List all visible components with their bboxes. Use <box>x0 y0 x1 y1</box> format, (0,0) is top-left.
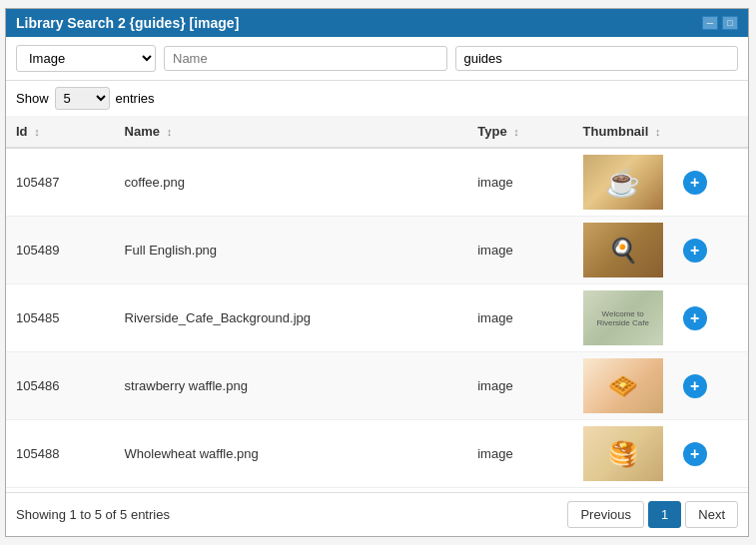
minimize-icon: ─ <box>707 18 713 28</box>
add-item-button[interactable]: + <box>683 171 707 195</box>
minimize-button[interactable]: ─ <box>702 16 718 30</box>
col-header-thumbnail[interactable]: Thumbnail ↕ <box>573 116 673 148</box>
cell-thumbnail <box>573 420 673 488</box>
cell-type: image <box>467 217 572 284</box>
thumbnail-image <box>583 155 663 210</box>
title-bar: Library Search 2 {guides} [image] ─ □ <box>6 9 748 37</box>
cell-id: 105486 <box>6 352 115 420</box>
cell-name: strawberry waffle.png <box>115 352 468 420</box>
thumbnail-image <box>583 358 663 413</box>
search-toolbar: Image Video Audio Document <box>6 37 748 81</box>
cell-thumbnail <box>573 352 673 420</box>
cell-type: image <box>467 284 572 352</box>
cell-type: image <box>467 352 572 420</box>
sort-thumbnail-icon: ↕ <box>655 126 661 138</box>
show-entries-row: Show 5 10 25 50 entries <box>6 81 748 116</box>
name-input[interactable] <box>164 46 447 71</box>
col-type-label: Type <box>477 124 506 139</box>
table-footer: Showing 1 to 5 of 5 entries Previous 1 N… <box>6 492 748 536</box>
cell-add: + <box>673 217 748 284</box>
cell-thumbnail: Welcome to Riverside Cafe <box>573 284 673 352</box>
search-input[interactable] <box>455 46 739 71</box>
cell-add: + <box>673 420 748 488</box>
modal-window: Library Search 2 {guides} [image] ─ □ Im… <box>5 8 749 537</box>
cell-name: Full English.png <box>115 217 468 284</box>
col-id-label: Id <box>16 124 28 139</box>
page-1-button[interactable]: 1 <box>648 501 681 528</box>
col-header-name[interactable]: Name ↕ <box>115 116 468 148</box>
show-label: Show <box>16 91 49 106</box>
col-name-label: Name <box>125 124 160 139</box>
results-table-wrapper: Id ↕ Name ↕ Type ↕ Thumbnail ↕ <box>6 116 748 492</box>
cell-type: image <box>467 420 572 488</box>
previous-button[interactable]: Previous <box>567 501 644 528</box>
table-row: 105487coffee.pngimage+ <box>6 148 748 217</box>
sort-name-icon: ↕ <box>167 126 173 138</box>
modal-title: Library Search 2 {guides} [image] <box>16 15 239 31</box>
cell-name: coffee.png <box>115 148 468 217</box>
cell-id: 105488 <box>6 420 115 488</box>
table-row: 105488Wholewheat waffle.pngimage+ <box>6 420 748 488</box>
thumbnail-image <box>583 426 663 481</box>
cell-id: 105487 <box>6 148 115 217</box>
col-header-action <box>673 116 748 148</box>
add-item-button[interactable]: + <box>683 306 707 330</box>
pagination: Previous 1 Next <box>567 501 738 528</box>
add-item-button[interactable]: + <box>683 374 707 398</box>
title-controls: ─ □ <box>702 16 738 30</box>
col-thumbnail-label: Thumbnail <box>583 124 649 139</box>
cell-thumbnail <box>573 217 673 284</box>
add-item-button[interactable]: + <box>683 442 707 466</box>
thumbnail-image <box>583 223 663 277</box>
maximize-icon: □ <box>727 18 732 28</box>
table-row: 105485Riverside_Cafe_Background.jpgimage… <box>6 284 748 352</box>
col-header-type[interactable]: Type ↕ <box>467 116 572 148</box>
maximize-button[interactable]: □ <box>722 16 738 30</box>
col-header-id[interactable]: Id ↕ <box>6 116 115 148</box>
next-button[interactable]: Next <box>685 501 738 528</box>
showing-info: Showing 1 to 5 of 5 entries <box>16 507 170 522</box>
cell-name: Riverside_Cafe_Background.jpg <box>115 284 468 352</box>
results-table: Id ↕ Name ↕ Type ↕ Thumbnail ↕ <box>6 116 748 488</box>
cell-add: + <box>673 352 748 420</box>
cell-type: image <box>467 148 572 217</box>
cell-thumbnail <box>573 148 673 217</box>
entries-label: entries <box>116 91 155 106</box>
thumbnail-image: Welcome to Riverside Cafe <box>583 290 663 345</box>
cell-add: + <box>673 148 748 217</box>
cell-name: Wholewheat waffle.png <box>115 420 468 488</box>
cell-add: + <box>673 284 748 352</box>
table-row: 105486strawberry waffle.pngimage+ <box>6 352 748 420</box>
table-header-row: Id ↕ Name ↕ Type ↕ Thumbnail ↕ <box>6 116 748 148</box>
entries-select[interactable]: 5 10 25 50 <box>55 87 110 110</box>
sort-type-icon: ↕ <box>513 126 519 138</box>
cell-id: 105485 <box>6 284 115 352</box>
sort-id-icon: ↕ <box>34 126 40 138</box>
table-row: 105489Full English.pngimage+ <box>6 217 748 284</box>
cell-id: 105489 <box>6 217 115 284</box>
add-item-button[interactable]: + <box>683 239 707 263</box>
type-select[interactable]: Image Video Audio Document <box>16 45 156 72</box>
